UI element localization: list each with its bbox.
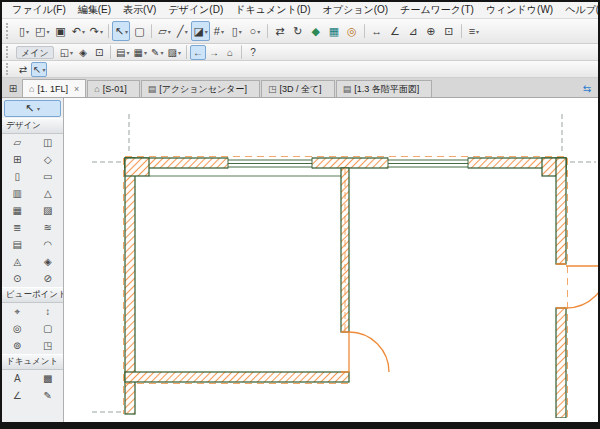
angle-dimension-button[interactable]: ⊿ [404, 21, 422, 41]
tool-text-button[interactable]: A [2, 370, 33, 387]
tab-action-center[interactable]: ▤ [アクションセンター] [141, 80, 260, 97]
toolbar-button[interactable] [241, 45, 242, 59]
back-button[interactable]: ← [190, 45, 206, 60]
tool-morph-button[interactable]: ◬ [2, 253, 33, 270]
arrow-tool-button[interactable]: ↖ [112, 21, 130, 41]
tool-drafting-button[interactable]: ✎ [33, 387, 64, 404]
toolbar-grip[interactable] [6, 63, 11, 74]
view-settings-button[interactable]: ▤ [114, 45, 131, 60]
home-story-button[interactable]: ⌂ [222, 45, 238, 60]
menu-edit[interactable]: 編集(E) [72, 2, 117, 18]
favorites-button[interactable]: ◆ [307, 21, 325, 41]
tool-beam-button[interactable]: ▭ [33, 168, 64, 185]
tool-detail-button[interactable]: ⊚ [2, 337, 33, 354]
navigator-button[interactable]: ◈ [75, 45, 91, 60]
toolbar-grip[interactable] [6, 23, 11, 40]
layer-settings-button[interactable]: ▦ [132, 45, 149, 60]
tool-lamp-button[interactable]: ⊙ [2, 270, 33, 287]
close-tab-icon[interactable]: × [74, 84, 79, 94]
tab-s01[interactable]: ⌂ [S-01] [87, 80, 139, 97]
menu-window[interactable]: ウィンドウ(W) [480, 2, 559, 18]
tool-skylight-button[interactable]: ◈ [33, 253, 64, 270]
tool-dimension-button[interactable]: ∠ [2, 387, 33, 404]
redo-button[interactable]: ↷ [87, 21, 105, 41]
tab-1fl[interactable]: ⌂ [1. 1FL] × [22, 79, 86, 97]
line-tool-button[interactable]: ╱ [173, 21, 191, 41]
toolbar-button[interactable] [267, 24, 268, 38]
toolbar-button[interactable] [110, 45, 111, 59]
grid-snap-button[interactable]: # [210, 21, 228, 41]
toolbar-grip[interactable] [6, 46, 11, 57]
layers-button[interactable]: ▦ [325, 21, 343, 41]
zoom-button[interactable]: ⊕ [422, 21, 440, 41]
info-button[interactable]: ? [245, 45, 261, 60]
forward-button[interactable]: → [206, 45, 222, 60]
tab-floor-plan[interactable]: ▤ [1.3 各階平面図] [336, 80, 433, 97]
dimension-button[interactable]: ∠ [386, 21, 404, 41]
fill-settings-button[interactable]: ▨ [165, 45, 182, 60]
toolbar-button[interactable] [108, 24, 109, 38]
tool-wall-button[interactable]: ▱ [2, 134, 33, 151]
tool-column-button[interactable]: ▯ [2, 168, 33, 185]
pen-set-button[interactable]: ✎ [149, 45, 165, 60]
tab-scroll-button[interactable]: ⇆ [578, 80, 596, 96]
wall-tool-button[interactable]: ▱ [155, 21, 173, 41]
tool-object-button[interactable]: ◇ [33, 151, 64, 168]
select-arrow-tool[interactable]: ↖ [4, 100, 61, 117]
open-project-button[interactable]: ◰ [33, 21, 51, 41]
tool-door-button[interactable]: ◫ [33, 134, 64, 151]
panel-toggle-button[interactable]: ⇄ [15, 62, 31, 77]
menu-help[interactable]: ヘルプ(H) [559, 2, 600, 18]
toolbar-button[interactable] [461, 24, 462, 38]
tool-interior-elevation-button[interactable]: ◎ [2, 320, 33, 337]
toolbox-section-design[interactable]: デザイン [2, 118, 63, 134]
tool-3d-document-button[interactable]: ◳ [33, 337, 64, 354]
toolbox-section-document[interactable]: ドキュメント [2, 354, 63, 370]
toolbar-button[interactable] [186, 45, 187, 59]
tool-icon: ▨ [43, 205, 52, 216]
active-tool-button[interactable]: ↖ [31, 62, 47, 77]
tool-roof-button[interactable]: △ [33, 185, 64, 202]
toolbar-options-button[interactable]: ≡ [465, 21, 483, 41]
tool-window-button[interactable]: ⊞ [2, 151, 33, 168]
menu-teamwork[interactable]: チームワーク(T) [394, 2, 480, 18]
save-button[interactable]: ▣ [51, 21, 69, 41]
tool-curtain-wall-button[interactable]: ▤ [2, 236, 33, 253]
tab-3d-all[interactable]: ◳ [3D / 全て] [261, 80, 335, 97]
undo-button[interactable]: ↶ [69, 21, 87, 41]
column-tool-button[interactable]: ▯ [228, 21, 246, 41]
move-button[interactable]: ⇄ [271, 21, 289, 41]
drawing-canvas[interactable] [64, 98, 598, 422]
circle-tool-button[interactable]: ○ [246, 21, 264, 41]
fit-view-button[interactable]: ⊡ [440, 21, 458, 41]
tool-section-button[interactable]: ⌖ [2, 303, 33, 320]
toolbar-button[interactable] [151, 24, 152, 38]
rotate-button[interactable]: ↻ [289, 21, 307, 41]
menu-document[interactable]: ドキュメント(D) [229, 2, 316, 18]
menu-view[interactable]: 表示(V) [117, 2, 162, 18]
menu-file[interactable]: ファイル(F) [6, 2, 72, 18]
tool-worksheet-button[interactable]: ▢ [33, 320, 64, 337]
tool-stair-button[interactable]: ≣ [2, 219, 33, 236]
toolbar-button[interactable] [364, 24, 365, 38]
organizer-button[interactable]: ⊡ [91, 45, 107, 60]
tool-opening-button[interactable]: ⊘ [33, 270, 64, 287]
menu-design[interactable]: デザイン(D) [162, 2, 229, 18]
tool-railing-button[interactable]: ≋ [33, 219, 64, 236]
tool-elevation-button[interactable]: ↕ [33, 303, 64, 320]
selection-mode-button[interactable]: ◪ [191, 21, 209, 41]
tool-mesh-button[interactable]: ▦ [2, 202, 33, 219]
tool-shell-button[interactable]: ◠ [33, 236, 64, 253]
tool-zone-button[interactable]: ▨ [33, 202, 64, 219]
marquee-tool-button[interactable]: ▢ [130, 21, 148, 41]
floor-plan-drawing[interactable] [64, 98, 598, 418]
toolbox-section-viewpoint[interactable]: ビューポイント [2, 287, 63, 303]
tool-slab-button[interactable]: ▥ [2, 185, 33, 202]
project-menu-button[interactable]: ◱ [58, 45, 75, 60]
snap-guides-button[interactable]: ◎ [343, 21, 361, 41]
measure-button[interactable]: ↔ [368, 21, 386, 41]
tool-fill-button[interactable]: ▩ [33, 370, 64, 387]
menu-options[interactable]: オプション(O) [317, 2, 395, 18]
tab-overview-button[interactable]: ⊞ [4, 80, 22, 96]
new-project-button[interactable]: ▯ [15, 21, 33, 41]
